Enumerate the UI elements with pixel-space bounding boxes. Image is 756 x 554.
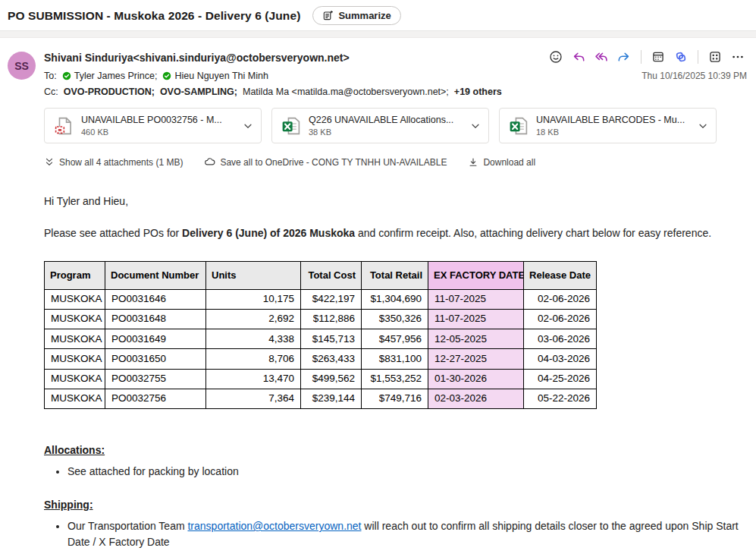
cc-group-sampling[interactable]: OVO-SAMPLING;: [160, 87, 237, 97]
table-row: MUSKOKA PO0031646 10,175 $422,197 $1,304…: [45, 289, 597, 309]
attachment-card-1[interactable]: UNAVAILABLE PO0032756 - M... 460 KB: [44, 108, 262, 143]
cell-doc: PO0032755: [105, 369, 206, 389]
cell-program: MUSKOKA: [45, 349, 105, 369]
summarize-button[interactable]: Summarize: [312, 6, 400, 25]
sender-avatar[interactable]: SS: [8, 52, 36, 80]
reply-all-icon[interactable]: [594, 49, 609, 65]
cc-label: Cc:: [44, 87, 58, 97]
cell-ex-factory: 11-07-2025: [428, 289, 524, 309]
to-recipient-1[interactable]: Tyler James Prince;: [62, 71, 158, 81]
cell-cost: $145,713: [301, 329, 362, 349]
intro-text: Please see attached POs for: [44, 227, 182, 239]
cell-units: 2,692: [206, 309, 301, 329]
intro-paragraph: Please see attached POs for Delivery 6 (…: [44, 225, 744, 241]
emoji-reaction-icon[interactable]: [548, 49, 563, 65]
cell-retail: $831,100: [362, 349, 428, 369]
chevron-down-icon[interactable]: [464, 121, 482, 131]
cell-release: 03-06-2026: [524, 329, 597, 349]
presence-available-icon: [162, 71, 171, 80]
meeting-icon[interactable]: [651, 49, 666, 65]
chevron-down-icon[interactable]: [692, 121, 710, 131]
col-header-document-number: Document Number: [105, 262, 206, 290]
download-icon: [468, 157, 478, 168]
shipping-list: Our Transportation Team transportation@o…: [44, 518, 744, 550]
transportation-email-link[interactable]: transportation@octobersveryown.net: [187, 520, 361, 532]
save-all-onedrive-button[interactable]: Save all to OneDrive - CONG TY TNHH UN-A…: [204, 156, 447, 168]
cell-program: MUSKOKA: [45, 309, 105, 329]
attachment-name: UNAVAILABLE BARCODES - Mu...: [536, 115, 692, 125]
delivery-table: Program Document Number Units Total Cost…: [44, 261, 597, 409]
toolbar-divider: [698, 50, 698, 64]
cell-doc: PO0031649: [105, 329, 206, 349]
apps-icon[interactable]: [707, 49, 723, 65]
cell-retail: $1,553,252: [362, 369, 428, 389]
shipping-heading: Shipping:: [44, 497, 744, 513]
allocations-list: See attached for packing by location: [44, 464, 744, 480]
table-header-row: Program Document Number Units Total Cost…: [45, 262, 597, 290]
toolbar-divider: [641, 50, 642, 64]
cell-ex-factory: 12-27-2025: [428, 349, 524, 369]
cell-ex-factory: 01-30-2026: [428, 369, 524, 389]
presence-available-icon: [62, 71, 71, 80]
attachment-size: 18 KB: [536, 127, 692, 137]
table-row: MUSKOKA PO0031650 8,706 $263,433 $831,10…: [45, 349, 597, 369]
show-all-label: Show all 4 attachments (1 MB): [59, 157, 183, 168]
download-all-button[interactable]: Download all: [468, 157, 535, 168]
chevron-down-icon[interactable]: [237, 121, 255, 131]
to-recipient-2[interactable]: Hieu Nguyen Thi Minh: [162, 71, 268, 81]
cell-ex-factory: 12-05-2025: [428, 329, 524, 349]
sender-name-email[interactable]: Shivani Sinduriya<shivani.sinduriya@octo…: [44, 49, 350, 64]
reply-icon[interactable]: [571, 49, 586, 65]
cc-row: Cc: OVO-PRODUCTION; OVO-SAMPLING; Matild…: [44, 87, 747, 97]
cell-units: 4,338: [206, 329, 301, 349]
attachment-card-2[interactable]: Q226 UNAVAILABLE Allocations... 38 KB: [271, 108, 489, 143]
cell-ex-factory: 11-07-2025: [428, 309, 524, 329]
allocations-bullet: See attached for packing by location: [67, 464, 744, 480]
cell-release: 05-22-2026: [524, 389, 597, 408]
pdf-file-icon: [54, 116, 74, 136]
cell-cost: $112,886: [301, 309, 362, 329]
loop-icon[interactable]: [673, 49, 689, 65]
header-separator-band: [0, 30, 756, 38]
cell-retail: $749,716: [362, 389, 428, 408]
show-all-attachments-button[interactable]: Show all 4 attachments (1 MB): [44, 157, 183, 168]
cc-others-count[interactable]: +19 others: [454, 87, 502, 97]
cell-program: MUSKOKA: [45, 289, 105, 309]
cell-units: 13,470: [206, 369, 301, 389]
cell-cost: $263,433: [301, 349, 362, 369]
message-header-content: Shivani Sinduriya<shivani.sinduriya@octo…: [44, 49, 747, 97]
attachment-info: UNAVAILABLE PO0032756 - M... 460 KB: [81, 115, 237, 137]
cell-doc: PO0032756: [105, 389, 206, 408]
cc-group-production[interactable]: OVO-PRODUCTION;: [64, 87, 155, 97]
download-all-label: Download all: [483, 157, 535, 168]
table-row: MUSKOKA PO0031648 2,692 $112,886 $350,32…: [45, 309, 597, 329]
col-header-units: Units: [206, 262, 301, 290]
cell-program: MUSKOKA: [45, 389, 105, 408]
to-row: To: Tyler James Prince; Hieu Nguyen Thi …: [44, 71, 747, 81]
attachment-info: UNAVAILABLE BARCODES - Mu... 18 KB: [536, 115, 692, 137]
col-header-total-cost: Total Cost: [301, 262, 362, 290]
more-options-icon[interactable]: [730, 49, 745, 65]
cell-program: MUSKOKA: [45, 329, 105, 349]
cell-release: 04-25-2026: [524, 369, 597, 389]
cc-recipient[interactable]: Matilda Ma <matilda.ma@octobersveryown.n…: [243, 87, 449, 97]
summarize-label: Summarize: [338, 10, 391, 21]
attachment-actions-row: Show all 4 attachments (1 MB) Save all t…: [44, 156, 747, 168]
allocations-section: Allocations: See attached for packing by…: [44, 442, 744, 480]
forward-icon[interactable]: [616, 49, 632, 65]
shipping-text-prefix: Our Transportation Team: [67, 520, 187, 532]
cell-ex-factory: 02-03-2026: [428, 389, 524, 408]
cloud-icon: [204, 156, 215, 168]
attachment-info: Q226 UNAVAILABLE Allocations... 38 KB: [309, 115, 464, 137]
summarize-document-icon: [322, 10, 334, 21]
cell-units: 10,175: [206, 289, 301, 309]
to-label: To:: [44, 71, 57, 81]
allocations-heading: Allocations:: [44, 442, 744, 458]
attachment-name: Q226 UNAVAILABLE Allocations...: [309, 115, 464, 125]
cell-doc: PO0031646: [105, 289, 206, 309]
attachment-card-3[interactable]: UNAVAILABLE BARCODES - Mu... 18 KB: [499, 108, 717, 143]
cell-doc: PO0031648: [105, 309, 206, 329]
to-recipient-1-name: Tyler James Prince;: [74, 71, 158, 81]
table-row: MUSKOKA PO0031649 4,338 $145,713 $457,95…: [45, 329, 597, 349]
cell-retail: $457,956: [362, 329, 428, 349]
